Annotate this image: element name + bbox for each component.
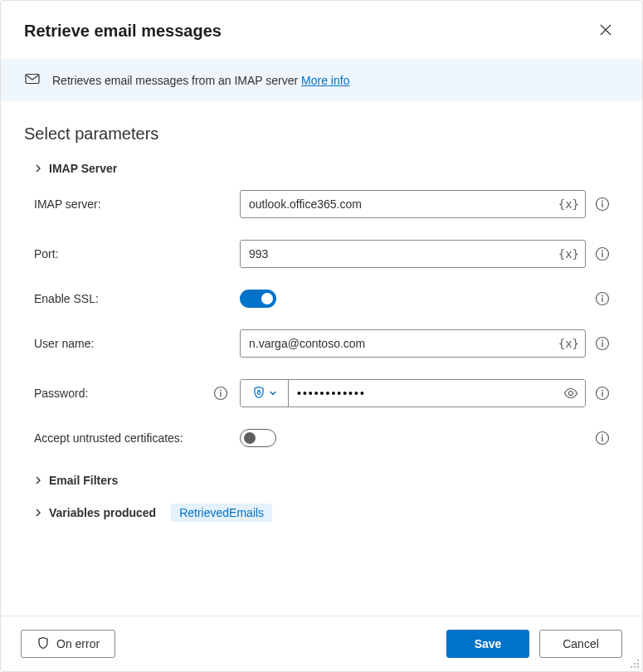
group-header-imap-server[interactable]: IMAP Server <box>34 162 619 175</box>
shield-lock-icon <box>252 386 265 402</box>
label-username: User name: <box>34 337 94 350</box>
variable-produced-pill[interactable]: RetrievedEmails <box>171 504 272 522</box>
group-header-email-filters[interactable]: Email Filters <box>34 474 619 487</box>
svg-rect-23 <box>602 437 602 442</box>
banner-text: Retrieves email messages from an IMAP se… <box>52 74 349 87</box>
info-icon[interactable] <box>595 291 610 306</box>
group-header-variables-produced[interactable]: Variables produced RetrievedEmails <box>34 504 619 522</box>
info-icon[interactable] <box>595 197 610 212</box>
svg-point-11 <box>602 340 603 342</box>
dialog-header: Retrieve email messages <box>1 1 642 59</box>
banner-description: Retrieves email messages from an IMAP se… <box>52 74 301 87</box>
svg-rect-6 <box>602 253 602 258</box>
on-error-button[interactable]: On error <box>21 630 115 658</box>
group-label-imap: IMAP Server <box>49 162 117 175</box>
label-accept-untrusted: Accept untrusted certificates: <box>34 431 183 445</box>
chevron-down-icon <box>269 387 277 400</box>
info-banner: Retrieves email messages from an IMAP se… <box>1 59 642 101</box>
svg-point-28 <box>634 666 636 668</box>
label-password: Password: <box>34 387 88 400</box>
info-icon[interactable] <box>595 336 610 351</box>
resize-grip[interactable] <box>628 657 640 669</box>
dialog-footer: On error Save Cancel <box>1 616 642 671</box>
section-title: Select parameters <box>24 124 619 144</box>
cancel-label: Cancel <box>563 637 599 650</box>
svg-point-24 <box>637 660 639 661</box>
group-label-variables-produced: Variables produced <box>49 506 156 519</box>
svg-point-19 <box>602 390 603 392</box>
credential-picker-button[interactable] <box>241 380 289 407</box>
save-label: Save <box>475 637 502 650</box>
svg-point-25 <box>634 663 636 665</box>
svg-point-14 <box>220 390 222 392</box>
row-imap-server: IMAP server: {x} <box>34 190 619 218</box>
row-port: Port: {x} <box>34 240 619 268</box>
info-icon[interactable] <box>213 386 228 401</box>
close-button[interactable] <box>592 17 619 44</box>
svg-point-29 <box>637 666 639 668</box>
port-input[interactable] <box>240 240 586 268</box>
accept-untrusted-toggle[interactable] <box>240 429 276 447</box>
more-info-link[interactable]: More info <box>301 74 349 87</box>
label-port: Port: <box>34 247 59 261</box>
variable-picker-icon[interactable]: {x} <box>558 247 579 261</box>
save-button[interactable]: Save <box>446 630 529 658</box>
svg-point-26 <box>637 663 639 665</box>
svg-point-2 <box>602 201 603 202</box>
imap-fields: IMAP server: {x} Port: {x} <box>34 190 619 447</box>
password-input[interactable] <box>289 380 585 407</box>
info-icon[interactable] <box>595 431 610 446</box>
dialog-body: Select parameters IMAP Server IMAP serve… <box>1 101 642 616</box>
svg-rect-9 <box>602 298 602 303</box>
row-enable-ssl: Enable SSL: <box>34 290 619 308</box>
row-accept-untrusted: Accept untrusted certificates: <box>34 429 619 447</box>
svg-point-5 <box>602 251 603 252</box>
imap-server-input[interactable] <box>240 190 586 218</box>
close-icon <box>600 24 611 38</box>
chevron-right-icon <box>34 506 42 519</box>
chevron-right-icon <box>34 474 42 487</box>
info-icon[interactable] <box>595 386 610 401</box>
group-label-email-filters: Email Filters <box>49 474 118 487</box>
mail-icon <box>24 71 41 90</box>
username-input[interactable] <box>240 329 586 358</box>
svg-point-17 <box>569 392 573 396</box>
variable-picker-icon[interactable]: {x} <box>558 337 579 350</box>
svg-rect-20 <box>602 392 602 397</box>
row-password: Password: <box>34 379 619 407</box>
on-error-label: On error <box>56 637 100 650</box>
reveal-password-icon[interactable] <box>563 386 578 401</box>
shield-icon <box>37 636 50 652</box>
cancel-button[interactable]: Cancel <box>539 630 622 658</box>
label-enable-ssl: Enable SSL: <box>34 292 99 305</box>
svg-point-22 <box>602 435 603 436</box>
label-imap-server: IMAP server: <box>34 197 101 211</box>
svg-rect-12 <box>602 343 602 348</box>
chevron-right-icon <box>34 164 42 173</box>
svg-rect-15 <box>220 392 221 397</box>
svg-point-27 <box>631 666 632 668</box>
info-icon[interactable] <box>595 246 610 261</box>
dialog-title: Retrieve email messages <box>24 22 222 41</box>
svg-rect-3 <box>602 203 602 208</box>
retrieve-email-dialog: Retrieve email messages Retrieves email … <box>0 0 643 672</box>
svg-point-8 <box>602 295 603 297</box>
variable-picker-icon[interactable]: {x} <box>558 197 579 211</box>
row-username: User name: {x} <box>34 329 619 358</box>
password-field-wrap <box>240 379 586 407</box>
svg-rect-16 <box>257 392 261 394</box>
enable-ssl-toggle[interactable] <box>240 290 276 308</box>
